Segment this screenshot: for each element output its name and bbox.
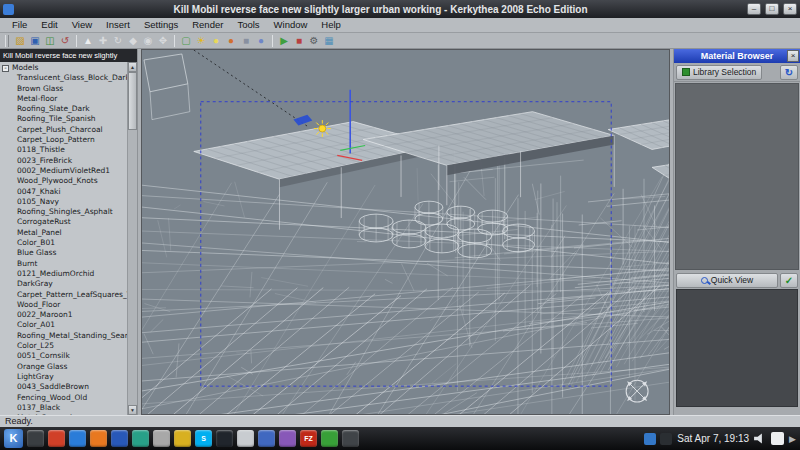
tree-item-material[interactable]: 0002_MediumVioletRed1 bbox=[2, 166, 127, 176]
panel-close-icon[interactable]: × bbox=[787, 50, 799, 62]
scroll-up-icon[interactable]: ▲ bbox=[128, 62, 137, 72]
tray-dark-icon[interactable] bbox=[660, 433, 672, 445]
tree-item-material[interactable]: Blue Glass bbox=[2, 248, 127, 258]
scrollbar-track[interactable] bbox=[128, 72, 137, 405]
toolbar-render-stop-icon[interactable]: ■ bbox=[292, 34, 306, 48]
volume-icon[interactable] bbox=[754, 433, 766, 444]
toolbar-open-icon[interactable]: ▨ bbox=[13, 34, 27, 48]
refresh-icon[interactable]: ↻ bbox=[780, 65, 798, 80]
menu-view[interactable]: View bbox=[65, 18, 99, 32]
tree-item-material[interactable]: LightGray bbox=[2, 372, 127, 382]
menu-help[interactable]: Help bbox=[314, 18, 348, 32]
toolbar-render-start-icon[interactable]: ▶ bbox=[277, 34, 291, 48]
tree-item-material[interactable]: 0022_Maroon1 bbox=[2, 310, 127, 320]
tree-item-material[interactable]: Roofing_Shingles_Asphalt bbox=[2, 207, 127, 217]
scene-name-header[interactable]: Kill Mobil reverse face new slightly bbox=[0, 49, 137, 62]
tree-item-material[interactable]: Roofing_Tile_Spanish bbox=[2, 114, 127, 124]
taskbar-app-firefox-icon[interactable] bbox=[90, 430, 107, 447]
tree-item-material[interactable]: 0105_Navy bbox=[2, 197, 127, 207]
toolbar-material-sphere-icon[interactable]: ● bbox=[224, 34, 238, 48]
toolbar-sun-icon[interactable]: ☀ bbox=[194, 34, 208, 48]
tree-item-material[interactable]: 0023_FireBrick bbox=[2, 156, 127, 166]
tree-item-material[interactable]: Fencing_Wood_Old bbox=[2, 393, 127, 403]
tree-item-material[interactable]: Metal-floor bbox=[2, 94, 127, 104]
toolbar-rendered-image-icon[interactable]: ▦ bbox=[322, 34, 336, 48]
menu-edit[interactable]: Edit bbox=[34, 18, 64, 32]
taskbar-app-gimp-icon[interactable] bbox=[153, 430, 170, 447]
maximize-button[interactable]: □ bbox=[765, 3, 779, 15]
quick-view-button[interactable]: Quick View bbox=[676, 273, 778, 288]
toolbar-revert-icon[interactable]: ↺ bbox=[58, 34, 72, 48]
tree-item-material[interactable]: Color_B01 bbox=[2, 238, 127, 248]
tree-item-material[interactable]: DarkGray bbox=[2, 279, 127, 289]
toolbar-render-settings-icon[interactable]: ⚙ bbox=[307, 34, 321, 48]
tree-item-material[interactable]: Brown Glass bbox=[2, 84, 127, 94]
taskbar-app-konqueror-icon[interactable] bbox=[69, 430, 86, 447]
toolbar-save-icon[interactable]: ▣ bbox=[28, 34, 42, 48]
tree-item-material[interactable]: Roofing_Slate_Dark bbox=[2, 104, 127, 114]
tree-item-material[interactable]: Orange Glass bbox=[2, 362, 127, 372]
tree-item-material[interactable]: Carpet_Pattern_LeafSquares_Tan bbox=[2, 290, 127, 300]
tree-root-models[interactable]: -Models bbox=[2, 63, 127, 73]
taskbar-app-konsole-icon[interactable] bbox=[27, 430, 44, 447]
tree-item-material[interactable]: 0047_Khaki bbox=[2, 187, 127, 197]
scene-tree-scrollbar[interactable]: ▲ ▼ bbox=[127, 62, 137, 415]
toolbar-camera-icon[interactable]: ▢ bbox=[179, 34, 193, 48]
scrollbar-thumb[interactable] bbox=[128, 72, 137, 130]
toolbar-select-icon[interactable]: ▲ bbox=[81, 34, 95, 48]
clock[interactable]: Sat Apr 7, 19:13 bbox=[677, 433, 749, 444]
tree-item-material[interactable]: 0051_Cornsilk bbox=[2, 351, 127, 361]
toolbar-rotate-icon[interactable]: ↻ bbox=[111, 34, 125, 48]
tree-item-material[interactable]: Burnt bbox=[2, 259, 127, 269]
tree-item-material[interactable]: CorrogateRust bbox=[2, 217, 127, 227]
toolbar-scale-icon[interactable]: ◆ bbox=[126, 34, 140, 48]
close-button[interactable]: × bbox=[783, 3, 797, 15]
taskbar-app-blue-icon[interactable] bbox=[258, 430, 275, 447]
tree-item-material[interactable]: Wood_Plywood_Knots bbox=[2, 176, 127, 186]
tree-item-material[interactable]: 0043_SaddleBrown bbox=[2, 382, 127, 392]
tree-item-material[interactable]: 0137_Black bbox=[2, 403, 127, 413]
taskbar-app-teal-icon[interactable] bbox=[132, 430, 149, 447]
tree-item-material[interactable]: Wood_Floor bbox=[2, 300, 127, 310]
taskbar-app-gray-icon[interactable] bbox=[237, 430, 254, 447]
taskbar-app-mail-icon[interactable] bbox=[111, 430, 128, 447]
panel-hide-arrow-icon[interactable]: ▶ bbox=[789, 434, 796, 444]
material-browser-header[interactable]: Material Browser × bbox=[674, 49, 800, 63]
menu-render[interactable]: Render bbox=[185, 18, 230, 32]
toolbar-move-icon[interactable]: ✚ bbox=[96, 34, 110, 48]
toolbar-cube-icon[interactable]: ■ bbox=[239, 34, 253, 48]
minimize-button[interactable]: – bbox=[747, 3, 761, 15]
toolbar-sphere-icon[interactable]: ● bbox=[254, 34, 268, 48]
tree-item-material[interactable]: Color_A01 bbox=[2, 320, 127, 330]
tree-item-material[interactable]: 0121_MediumOrchid bbox=[2, 269, 127, 279]
taskbar-app-filezilla-icon[interactable]: FZ bbox=[300, 430, 317, 447]
tree-item-material[interactable]: Translucent_Glass_Block_Dark bbox=[2, 73, 127, 83]
taskbar-app-steam-icon[interactable] bbox=[216, 430, 233, 447]
material-list-area[interactable] bbox=[675, 83, 799, 270]
taskbar-app-quassel-icon[interactable] bbox=[48, 430, 65, 447]
menu-file[interactable]: File bbox=[5, 18, 34, 32]
k-menu-button[interactable]: K bbox=[4, 429, 23, 448]
taskbar-app-skype-icon[interactable]: S bbox=[195, 430, 212, 447]
tree-item-material[interactable]: Carpet_Plush_Charcoal bbox=[2, 125, 127, 135]
library-selection-button[interactable]: Library Selection bbox=[676, 65, 762, 80]
tree-item-material[interactable]: Roofing_Metal_Standing_Seam_Red bbox=[2, 331, 127, 341]
menu-settings[interactable]: Settings bbox=[137, 18, 185, 32]
tree-item-material[interactable]: Metal_Panel bbox=[2, 228, 127, 238]
menu-tools[interactable]: Tools bbox=[230, 18, 266, 32]
taskbar-app-violet-icon[interactable] bbox=[279, 430, 296, 447]
viewport-3d[interactable] bbox=[141, 49, 670, 415]
scroll-down-icon[interactable]: ▼ bbox=[128, 405, 137, 415]
toolbar-point-light-icon[interactable]: ● bbox=[209, 34, 223, 48]
notes-icon[interactable] bbox=[771, 432, 784, 445]
toolbar-pan-icon[interactable]: ✥ bbox=[156, 34, 170, 48]
tree-item-material[interactable]: Color_L25 bbox=[2, 341, 127, 351]
models-expander-icon[interactable]: - bbox=[2, 65, 9, 72]
menu-insert[interactable]: Insert bbox=[99, 18, 137, 32]
tree-item-material[interactable]: Carpet_Loop_Pattern bbox=[2, 135, 127, 145]
toolbar-handle[interactable] bbox=[5, 35, 9, 47]
menu-window[interactable]: Window bbox=[267, 18, 315, 32]
taskbar-app-amber-icon[interactable] bbox=[174, 430, 191, 447]
toolbar-zoom-icon[interactable]: ◉ bbox=[141, 34, 155, 48]
toolbar-merge-icon[interactable]: ◫ bbox=[43, 34, 57, 48]
